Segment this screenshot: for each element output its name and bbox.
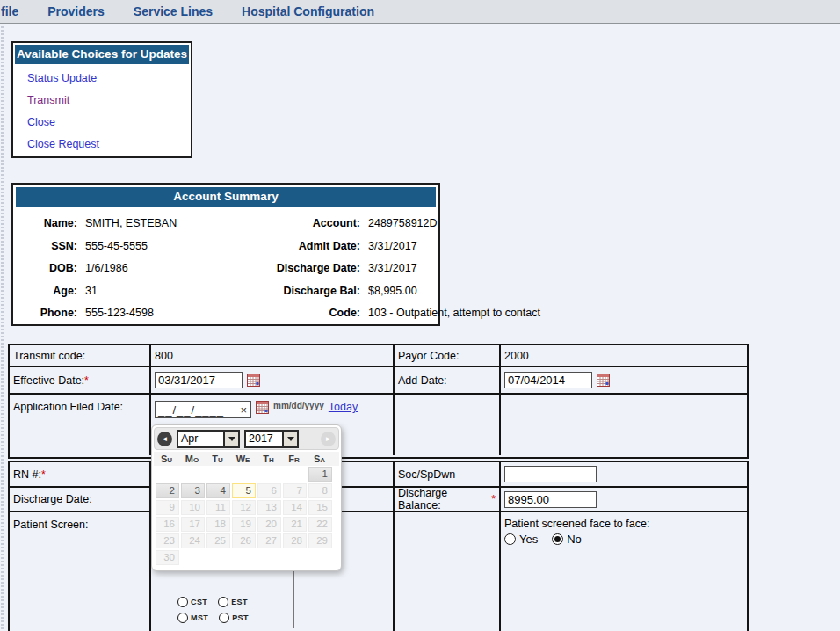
application-filed-date-input[interactable]: __/__/____ ×: [155, 401, 251, 418]
calendar-day-disabled: 10: [181, 500, 205, 515]
calendar-day-empty: [257, 550, 281, 565]
link-status-update[interactable]: Status Update: [27, 72, 189, 84]
calendar-day-empty: [283, 550, 307, 565]
account-dob-label: DOB:: [18, 257, 77, 280]
account-name-value: SMITH, ESTEBAN: [85, 213, 249, 236]
weekday-we: We: [230, 453, 256, 464]
datepicker-next-button: ►: [321, 432, 336, 446]
calendar-day-disabled: 20: [257, 517, 281, 532]
available-choices-title: Available Choices for Updates: [15, 45, 189, 64]
rn-number-label: RN #:*: [10, 462, 151, 486]
account-ssn-value: 555-45-5555: [85, 236, 249, 258]
datepicker-header: ◄ Apr 2017 ►: [154, 427, 339, 450]
radio-mst[interactable]: [177, 613, 188, 623]
radio-pst[interactable]: [219, 613, 229, 623]
nav-item-providers[interactable]: Providers: [47, 4, 105, 18]
datepicker-day-grid: 1 2345678 9101112131415 16171819202122 2…: [154, 466, 339, 569]
account-number-label: Account:: [257, 213, 360, 236]
nav-item-hospital-configuration[interactable]: Hospital Configuration: [242, 4, 374, 18]
calendar-day-disabled: 7: [283, 483, 307, 498]
calendar-day-disabled: 15: [308, 500, 332, 515]
calendar-day-disabled: 22: [308, 517, 332, 532]
radio-cst-label: CST: [191, 598, 207, 606]
discharge-balance-label: Discharge Balance:*: [395, 488, 501, 511]
calendar-day-empty: [283, 467, 307, 482]
calendar-day-disabled: 27: [257, 533, 281, 548]
radio-cst[interactable]: [177, 597, 188, 607]
weekday-sa: Sa: [307, 453, 332, 464]
rn-number-required-mark: *: [41, 468, 46, 481]
nav-item-service-lines[interactable]: Service Lines: [134, 4, 213, 18]
calendar-day-empty: [206, 550, 230, 565]
update-form-table-top: Transmit code: 800 Payor Code: 2000 Effe…: [8, 344, 749, 459]
empty-cell: [501, 395, 747, 455]
discharge-balance-input[interactable]: [504, 491, 597, 508]
effective-date-required-mark: *: [84, 374, 89, 387]
link-close[interactable]: Close: [27, 116, 189, 128]
radio-est[interactable]: [218, 597, 228, 607]
calendar-day[interactable]: 1: [308, 467, 332, 482]
calendar-day[interactable]: 4: [206, 483, 230, 498]
calendar-day-disabled: 21: [283, 517, 307, 532]
clear-date-icon[interactable]: ×: [239, 403, 248, 417]
account-discharge-bal-label: Discharge Bal:: [257, 280, 360, 303]
empty-cell: [395, 512, 501, 631]
calendar-day-disabled: 9: [156, 500, 179, 515]
calendar-day-disabled: 13: [257, 500, 281, 515]
link-transmit[interactable]: Transmit: [27, 94, 189, 106]
calendar-day-disabled: 8: [308, 483, 332, 498]
account-admit-date-value: 3/31/2017: [368, 236, 540, 258]
effective-date-input[interactable]: [155, 372, 243, 388]
calendar-day-disabled: 12: [232, 500, 256, 515]
transmit-code-label: Transmit code:: [10, 345, 151, 366]
payor-code-value: 2000: [501, 345, 747, 366]
link-close-request[interactable]: Close Request: [27, 138, 189, 150]
discharge-date-label: Discharge Date:: [10, 488, 151, 511]
radio-pst-label: PST: [232, 613, 249, 622]
add-date-input[interactable]: [504, 372, 592, 388]
radio-face-to-face-yes[interactable]: [504, 533, 516, 545]
calendar-day[interactable]: 2: [156, 483, 179, 498]
calendar-day-disabled: 11: [206, 500, 230, 515]
calendar-day-disabled: 24: [181, 533, 205, 548]
application-filed-date-calendar-icon[interactable]: [256, 401, 269, 414]
radio-face-to-face-no[interactable]: [552, 533, 563, 545]
chevron-down-icon: [282, 432, 297, 446]
account-phone-label: Phone:: [18, 302, 77, 325]
effective-date-calendar-icon[interactable]: [247, 374, 260, 387]
calendar-day-today[interactable]: 5: [232, 483, 256, 498]
datepicker-prev-button[interactable]: ◄: [157, 432, 172, 446]
account-code-value: 103 - Outpatient, attempt to contact: [368, 302, 540, 325]
datepicker-popup: ◄ Apr 2017 ► Su Mo Tu We Th Fr Sa 1 2345…: [151, 424, 342, 571]
update-form-table-bottom: RN #:* Soc/SpDwn Discharge Date: Dischar…: [8, 461, 749, 631]
datepicker-year-select[interactable]: 2017: [244, 430, 299, 448]
calendar-day-disabled: 30: [156, 550, 179, 565]
page-left-edge: [1, 26, 4, 631]
soc-spdwn-input[interactable]: [504, 466, 597, 482]
nav-item-file[interactable]: file: [1, 4, 18, 18]
account-summary-panel: Account Summary Name: SMITH, ESTEBAN Acc…: [11, 183, 440, 326]
application-filed-date-label: Application Filed Date:: [10, 395, 151, 455]
available-choices-panel: Available Choices for Updates Status Upd…: [11, 41, 192, 158]
add-date-label: Add Date:: [395, 367, 501, 393]
account-summary-title: Account Summary: [16, 187, 436, 207]
application-filed-date-mask: __/__/____: [158, 403, 239, 417]
today-link[interactable]: Today: [329, 401, 358, 413]
datepicker-weekday-row: Su Mo Tu We Th Fr Sa: [154, 452, 339, 466]
account-discharge-bal-value: $8,995.00: [368, 280, 540, 303]
effective-date-label: Effective Date:*: [10, 367, 151, 393]
calendar-day-disabled: 18: [206, 517, 230, 532]
transmit-code-value: 800: [151, 345, 395, 366]
calendar-day-empty: [257, 467, 281, 482]
calendar-day[interactable]: 3: [181, 483, 205, 498]
datepicker-month-select[interactable]: Apr: [177, 430, 240, 448]
weekday-mo: Mo: [179, 453, 205, 464]
account-number-value: 2489758912D: [368, 213, 540, 236]
chevron-down-icon: [223, 432, 238, 446]
add-date-calendar-icon[interactable]: [597, 374, 610, 387]
account-age-label: Age:: [18, 280, 77, 303]
account-code-label: Code:: [257, 302, 360, 325]
weekday-fr: Fr: [281, 453, 307, 464]
weekday-th: Th: [256, 453, 281, 464]
calendar-day-empty: [156, 467, 179, 482]
